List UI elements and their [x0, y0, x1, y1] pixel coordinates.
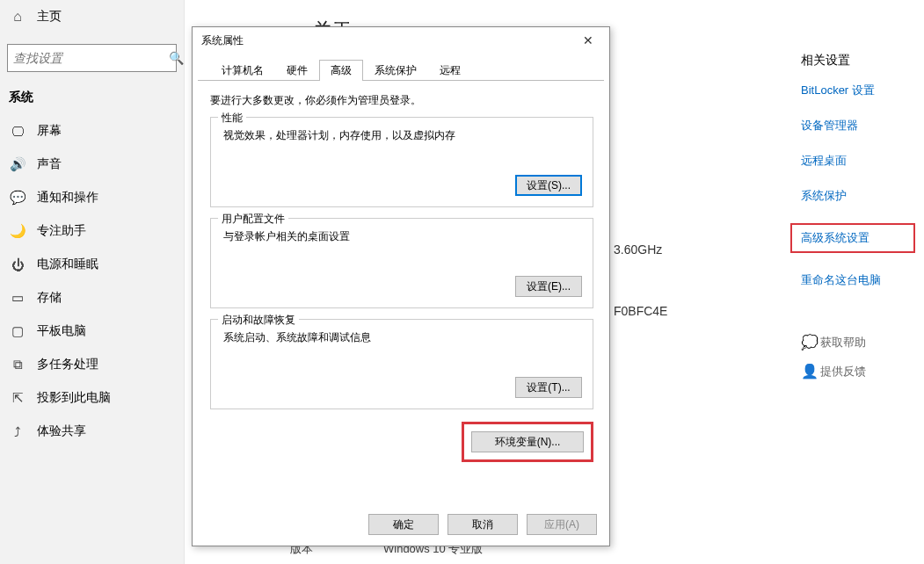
link-rename-pc[interactable]: 重命名这台电脑: [801, 272, 915, 288]
startup-settings-button[interactable]: 设置(T)...: [515, 377, 582, 398]
group-startup-desc: 系统启动、系统故障和调试信息: [223, 330, 582, 345]
settings-sidebar: ⌂ 主页 🔍 系统 🖵 屏幕 🔊 声音 💬 通知和操作 🌙 专注助手 ⏻ 电源和…: [0, 0, 185, 564]
home-nav[interactable]: ⌂ 主页: [0, 0, 184, 33]
sidebar-item-label: 通知和操作: [37, 190, 98, 206]
sidebar-item-multitask[interactable]: ⧉ 多任务处理: [0, 348, 184, 381]
dialog-footer: 确定 取消 应用(A): [368, 514, 597, 535]
sidebar-item-storage[interactable]: ▭ 存储: [0, 281, 184, 315]
sidebar-item-focus[interactable]: 🌙 专注助手: [0, 214, 184, 248]
tab-advanced[interactable]: 高级: [319, 60, 363, 81]
sidebar-item-notify[interactable]: 💬 通知和操作: [0, 181, 184, 214]
project-icon: ⇱: [9, 390, 26, 406]
multitask-icon: ⧉: [9, 357, 26, 372]
system-properties-dialog: 系统属性 ✕ 计算机名 硬件 高级 系统保护 远程 要进行大多数更改，你必须作为…: [192, 26, 610, 546]
dialog-body: 要进行大多数更改，你必须作为管理员登录。 性能 视觉效果，处理器计划，内存使用，…: [193, 81, 609, 476]
apply-button[interactable]: 应用(A): [527, 514, 597, 535]
performance-settings-button[interactable]: 设置(S)...: [515, 175, 582, 196]
tab-remote[interactable]: 远程: [428, 60, 472, 81]
sidebar-item-label: 专注助手: [37, 223, 86, 239]
search-input[interactable]: [13, 51, 169, 65]
feedback-icon: 👤: [801, 363, 820, 380]
sidebar-item-share[interactable]: ⤴ 体验共享: [0, 415, 184, 448]
envvar-highlight: 环境变量(N)...: [462, 422, 593, 462]
sidebar-item-label: 声音: [37, 156, 62, 172]
focus-icon: 🌙: [9, 223, 26, 239]
help-icon: 💭: [801, 334, 820, 351]
notify-icon: 💬: [9, 190, 26, 206]
sidebar-item-label: 屏幕: [37, 123, 62, 139]
group-userprofile-title: 用户配置文件: [218, 212, 288, 227]
link-remote-desktop[interactable]: 远程桌面: [801, 153, 915, 169]
link-bitlocker[interactable]: BitLocker 设置: [801, 83, 915, 98]
ok-button[interactable]: 确定: [368, 514, 439, 535]
group-performance-title: 性能: [218, 111, 246, 126]
help-label: 获取帮助: [820, 335, 866, 351]
give-feedback[interactable]: 👤 提供反馈: [801, 363, 915, 380]
group-startup-recovery: 启动和故障恢复 系统启动、系统故障和调试信息 设置(T)...: [210, 319, 593, 409]
search-input-wrap[interactable]: 🔍: [7, 44, 177, 72]
tab-computer-name[interactable]: 计算机名: [210, 60, 275, 81]
home-icon: ⌂: [9, 9, 26, 25]
group-performance-desc: 视觉效果，处理器计划，内存使用，以及虚拟内存: [223, 128, 582, 143]
sidebar-item-project[interactable]: ⇱ 投影到此电脑: [0, 381, 184, 415]
tab-hardware[interactable]: 硬件: [275, 60, 319, 81]
feedback-label: 提供反馈: [820, 364, 866, 380]
sound-icon: 🔊: [9, 156, 26, 172]
storage-icon: ▭: [9, 290, 26, 306]
sidebar-item-label: 电源和睡眠: [37, 257, 98, 272]
tab-system-protection[interactable]: 系统保护: [363, 60, 428, 81]
sidebar-item-label: 投影到此电脑: [37, 390, 111, 406]
dialog-title: 系统属性: [201, 33, 244, 48]
dialog-titlebar[interactable]: 系统属性 ✕: [193, 27, 609, 54]
home-label: 主页: [37, 9, 62, 25]
sidebar-item-label: 平板电脑: [37, 323, 86, 339]
intro-text: 要进行大多数更改，你必须作为管理员登录。: [210, 93, 593, 108]
link-advanced-system-settings[interactable]: 高级系统设置: [790, 223, 915, 253]
sidebar-item-display[interactable]: 🖵 屏幕: [0, 114, 184, 148]
sidebar-item-power[interactable]: ⏻ 电源和睡眠: [0, 248, 184, 281]
sidebar-item-tablet[interactable]: ▢ 平板电脑: [0, 315, 184, 348]
group-startup-title: 启动和故障恢复: [218, 313, 299, 328]
category-header: 系统: [0, 84, 184, 114]
get-help[interactable]: 💭 获取帮助: [801, 334, 915, 351]
tablet-icon: ▢: [9, 323, 26, 339]
link-system-protection[interactable]: 系统保护: [801, 188, 915, 204]
close-button[interactable]: ✕: [571, 29, 606, 52]
sidebar-item-label: 体验共享: [37, 423, 86, 439]
group-user-profile: 用户配置文件 与登录帐户相关的桌面设置 设置(E)...: [210, 218, 593, 308]
sidebar-item-label: 存储: [37, 290, 62, 306]
related-header: 相关设置: [801, 53, 915, 69]
close-icon: ✕: [583, 33, 593, 47]
group-userprofile-desc: 与登录帐户相关的桌面设置: [223, 229, 582, 244]
devid-fragment: F0BFC4E: [614, 304, 667, 318]
share-icon: ⤴: [9, 424, 26, 439]
link-device-manager[interactable]: 设备管理器: [801, 118, 915, 134]
group-performance: 性能 视觉效果，处理器计划，内存使用，以及虚拟内存 设置(S)...: [210, 117, 593, 207]
cpu-fragment: 3.60GHz: [614, 242, 662, 257]
environment-variables-button[interactable]: 环境变量(N)...: [471, 431, 584, 452]
search-icon: 🔍: [169, 51, 184, 65]
power-icon: ⏻: [9, 257, 26, 272]
cancel-button[interactable]: 取消: [447, 514, 518, 535]
envvar-row: 环境变量(N)...: [210, 422, 593, 462]
tab-row: 计算机名 硬件 高级 系统保护 远程: [198, 54, 604, 81]
display-icon: 🖵: [9, 124, 26, 139]
sidebar-item-sound[interactable]: 🔊 声音: [0, 148, 184, 181]
userprofile-settings-button[interactable]: 设置(E)...: [515, 276, 582, 297]
sidebar-item-label: 多任务处理: [37, 357, 98, 372]
related-settings: 相关设置 BitLocker 设置 设备管理器 远程桌面 系统保护 高级系统设置…: [792, 53, 924, 392]
